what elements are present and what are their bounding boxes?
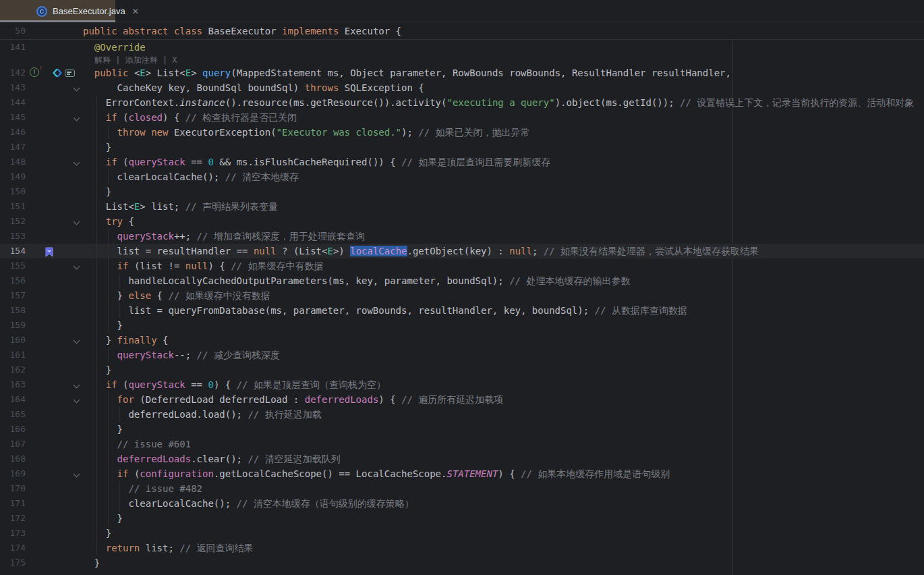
code-editor[interactable]: 141 @Override解释 | 添加注释 | X142I↑ public <… [0,40,924,570]
inline-hint-card-icon[interactable] [65,70,75,77]
fold-chevron-icon[interactable] [74,115,80,121]
code-line-145[interactable]: 145 if (closed) { // 检查执行器是否已关闭 [0,110,924,125]
code-line-166[interactable]: 166 } [0,422,924,437]
code-text[interactable]: List<E> list; // 声明结果列表变量 [83,199,924,214]
fold-chevron-icon[interactable] [74,159,80,166]
code-line-175[interactable]: 175 } [0,555,924,570]
code-text[interactable]: handleLocallyCachedOutputParameters(ms, … [83,273,924,288]
code-text[interactable]: } [83,318,924,333]
gutter[interactable]: 175 [0,555,83,570]
gutter[interactable]: 164 [0,392,83,407]
gutter[interactable]: 146 [0,125,83,140]
fold-chevron-icon[interactable] [74,397,80,404]
gutter[interactable]: 154 [0,244,83,258]
gutter[interactable]: 173 [0,526,83,541]
code-line-163[interactable]: 163 if (queryStack == 0) { // 如果是顶层查询（查询… [0,377,924,392]
code-text[interactable]: queryStack++; // 增加查询栈深度，用于处理嵌套查询 [83,229,924,244]
code-text[interactable]: public <E> List<E> query(MappedStatement… [83,65,924,80]
close-icon[interactable]: ✕ [132,7,139,16]
gutter[interactable]: 169 [0,466,83,481]
gutter[interactable]: 153 [0,229,83,244]
code-text[interactable]: } [83,526,924,541]
fold-chevron-icon[interactable] [74,471,80,478]
code-text[interactable]: } [83,555,924,570]
code-line-172[interactable]: 172 } [0,511,924,526]
code-line-168[interactable]: 168 deferredLoads.clear(); // 清空延迟加载队列 [0,451,924,466]
code-line-148[interactable]: 148 if (queryStack == 0 && ms.isFlushCac… [0,155,924,169]
code-line-170[interactable]: 170 // issue #482 [0,481,924,496]
code-line-154[interactable]: 154 list = resultHandler == null ? (List… [0,244,924,258]
gutter[interactable]: 50 [0,22,83,40]
gutter[interactable]: 162 [0,362,83,377]
code-text[interactable]: if (list != null) { // 如果缓存中有数据 [83,258,924,273]
code-text[interactable]: if (queryStack == 0) { // 如果是顶层查询（查询栈为空） [83,377,924,392]
gutter[interactable]: 141 [0,40,83,55]
gutter[interactable]: 155 [0,258,83,273]
code-line-142[interactable]: 142I↑ public <E> List<E> query(MappedSta… [0,65,924,80]
gutter[interactable]: 159 [0,318,83,333]
fold-chevron-icon[interactable] [74,263,80,270]
code-line-160[interactable]: 160 } finally { [0,333,924,348]
fold-chevron-icon[interactable] [74,337,80,344]
code-line-164[interactable]: 164 for (DeferredLoad deferredLoad : def… [0,392,924,407]
code-text[interactable]: list = queryFromDatabase(ms, parameter, … [83,303,924,318]
gutter[interactable]: 145 [0,110,83,125]
gutter[interactable]: 148 [0,155,83,169]
code-line-143[interactable]: 143 CacheKey key, BoundSql boundSql) thr… [0,80,924,95]
code-text[interactable]: return list; // 返回查询结果 [83,541,924,555]
sticky-class-declaration[interactable]: 50public abstract class BaseExecutor imp… [0,22,924,40]
code-line-161[interactable]: 161 queryStack--; // 减少查询栈深度 [0,348,924,362]
code-text[interactable]: CacheKey key, BoundSql boundSql) throws … [83,80,924,95]
code-line-174[interactable]: 174 return list; // 返回查询结果 [0,541,924,555]
code-line-149[interactable]: 149 clearLocalCache(); // 清空本地缓存 [0,169,924,184]
gutter[interactable]: 157 [0,288,83,303]
gutter[interactable]: 158 [0,303,83,318]
code-line-152[interactable]: 152 try { [0,214,924,229]
overrides-method-icon[interactable]: I↑ [30,67,39,77]
fold-chevron-icon[interactable] [74,382,80,389]
gutter[interactable]: 142I↑ [0,65,83,80]
code-text[interactable]: deferredLoad.load(); // 执行延迟加载 [83,407,924,422]
gutter[interactable]: 172 [0,511,83,526]
gutter[interactable]: 152 [0,214,83,229]
code-line-158[interactable]: 158 list = queryFromDatabase(ms, paramet… [0,303,924,318]
code-text[interactable]: } [83,140,924,155]
code-line-153[interactable]: 153 queryStack++; // 增加查询栈深度，用于处理嵌套查询 [0,229,924,244]
code-text[interactable]: throw new ExecutorException("Executor wa… [83,125,924,140]
code-line-169[interactable]: 169 if (configuration.getLocalCacheScope… [0,466,924,481]
gutter[interactable]: 149 [0,169,83,184]
gutter[interactable]: 166 [0,422,83,437]
gutter[interactable]: 161 [0,348,83,362]
code-text[interactable]: deferredLoads.clear(); // 清空延迟加载队列 [83,451,924,466]
code-text[interactable]: } finally { [83,333,924,348]
code-text[interactable]: } [83,422,924,437]
code-text[interactable]: for (DeferredLoad deferredLoad : deferre… [83,392,924,407]
code-text[interactable]: public abstract class BaseExecutor imple… [83,22,924,40]
code-line-146[interactable]: 146 throw new ExecutorException("Executo… [0,125,924,140]
code-line-173[interactable]: 173 } [0,526,924,541]
gutter[interactable]: 170 [0,481,83,496]
tab-baseexecutor-java[interactable]: C BaseExecutor.java ✕ [0,0,115,22]
ai-inline-actions[interactable]: 解释 | 添加注释 | X [0,55,924,65]
gutter[interactable]: 156 [0,273,83,288]
code-text[interactable]: if (configuration.getLocalCacheScope() =… [83,466,924,481]
gutter[interactable]: 163 [0,377,83,392]
gutter[interactable]: 167 [0,437,83,451]
code-text[interactable]: clearLocalCache(); // 清空本地缓存（语句级别的缓存策略） [83,496,924,511]
gutter[interactable]: 165 [0,407,83,422]
code-line-150[interactable]: 150 } [0,184,924,199]
code-line-155[interactable]: 155 if (list != null) { // 如果缓存中有数据 [0,258,924,273]
gutter[interactable]: 143 [0,80,83,95]
code-line-156[interactable]: 156 handleLocallyCachedOutputParameters(… [0,273,924,288]
code-line-162[interactable]: 162 } [0,362,924,377]
code-line-167[interactable]: 167 // issue #601 [0,437,924,451]
gutter[interactable]: 150 [0,184,83,199]
code-line-147[interactable]: 147 } [0,140,924,155]
gutter[interactable]: 168 [0,451,83,466]
gutter[interactable]: 151 [0,199,83,214]
code-text[interactable]: // issue #601 [83,437,924,451]
gutter[interactable]: 171 [0,496,83,511]
gutter[interactable]: 160 [0,333,83,348]
code-line-157[interactable]: 157 } else { // 如果缓存中没有数据 [0,288,924,303]
code-line-144[interactable]: 144 ErrorContext.instance().resource(ms.… [0,95,924,110]
